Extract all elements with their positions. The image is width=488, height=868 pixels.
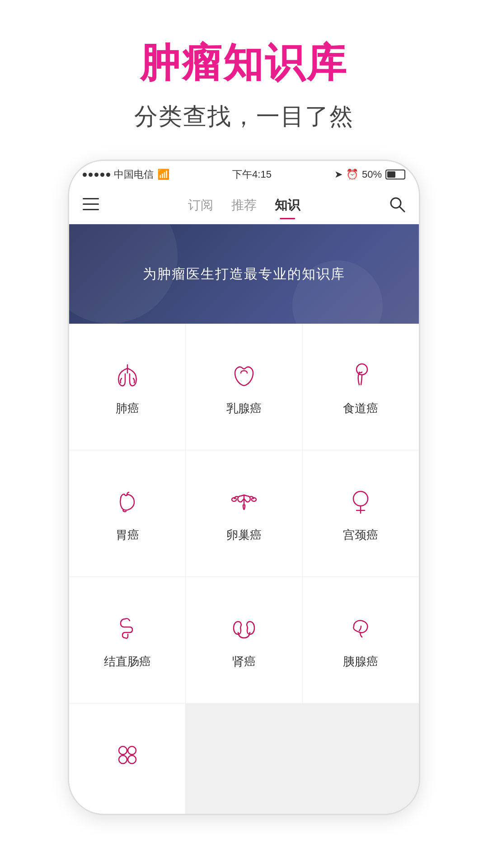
category-more[interactable] — [69, 703, 185, 814]
svg-point-8 — [353, 491, 368, 506]
category-colorectal[interactable]: 结直肠癌 — [69, 577, 185, 703]
pancreas-label: 胰腺癌 — [343, 654, 378, 670]
ovary-icon — [226, 484, 262, 520]
svg-point-6 — [232, 498, 236, 501]
status-left: 中国电信 📶 — [83, 168, 169, 181]
signal-dots — [83, 173, 110, 177]
page-header: 肿瘤知识库 分类查找，一目了然 — [0, 0, 488, 146]
stomach-icon — [109, 484, 145, 520]
status-bar: 中国电信 📶 下午4:15 ➤ ⏰ 50% — [69, 161, 419, 188]
status-time: 下午4:15 — [232, 168, 272, 181]
menu-icon[interactable] — [83, 198, 99, 214]
category-esophagus[interactable]: 食道癌 — [303, 324, 419, 450]
alarm-icon: ⏰ — [346, 169, 358, 180]
pancreas-icon — [343, 610, 379, 646]
banner-text: 为肿瘤医生打造最专业的知识库 — [143, 265, 345, 283]
breast-icon — [226, 357, 262, 393]
category-grid: 肺癌 乳腺癌 — [69, 324, 419, 814]
svg-point-11 — [119, 746, 127, 755]
battery-bar — [385, 170, 405, 179]
category-ovary[interactable]: 卵巢癌 — [186, 450, 302, 576]
wifi-icon: 📶 — [157, 169, 169, 180]
tab-subscribe[interactable]: 订阅 — [188, 197, 213, 216]
svg-line-4 — [399, 207, 404, 212]
svg-point-5 — [357, 364, 367, 375]
svg-point-12 — [128, 746, 136, 755]
svg-rect-0 — [83, 198, 99, 199]
svg-point-13 — [119, 755, 127, 764]
status-right: ➤ ⏰ 50% — [334, 169, 405, 180]
phone-frame: 中国电信 📶 下午4:15 ➤ ⏰ 50% 订阅 推荐 知识 — [68, 160, 420, 815]
svg-rect-2 — [83, 209, 99, 210]
svg-point-14 — [128, 755, 136, 764]
nav-bar: 订阅 推荐 知识 — [69, 188, 419, 224]
phone-content: 为肿瘤医生打造最专业的知识库 肺癌 — [69, 224, 419, 814]
esophagus-icon — [343, 357, 379, 393]
category-breast[interactable]: 乳腺癌 — [186, 324, 302, 450]
page-title: 肿瘤知识库 — [0, 36, 488, 90]
svg-point-7 — [252, 498, 256, 501]
kidney-icon — [226, 610, 262, 646]
colorectal-icon — [109, 610, 145, 646]
colorectal-label: 结直肠癌 — [104, 654, 151, 670]
search-icon[interactable] — [389, 196, 405, 216]
cervix-label: 宫颈癌 — [343, 527, 378, 543]
ovary-label: 卵巢癌 — [226, 527, 262, 543]
lung-icon — [109, 357, 145, 393]
carrier-text: 中国电信 — [114, 168, 154, 181]
category-kidney[interactable]: 肾癌 — [186, 577, 302, 703]
cervix-icon — [343, 484, 379, 520]
kidney-label: 肾癌 — [232, 654, 256, 670]
category-cervix[interactable]: 宫颈癌 — [303, 450, 419, 576]
svg-rect-1 — [83, 203, 99, 205]
lung-label: 肺癌 — [116, 401, 139, 416]
category-stomach[interactable]: 胃癌 — [69, 450, 185, 576]
battery-percent: 50% — [362, 169, 382, 180]
location-icon: ➤ — [334, 169, 343, 180]
nav-tabs: 订阅 推荐 知识 — [188, 197, 300, 216]
tab-recommend[interactable]: 推荐 — [231, 197, 257, 216]
banner: 为肿瘤医生打造最专业的知识库 — [69, 224, 419, 324]
category-pancreas[interactable]: 胰腺癌 — [303, 577, 419, 703]
esophagus-label: 食道癌 — [343, 401, 378, 416]
more-icon — [109, 737, 145, 773]
category-lung[interactable]: 肺癌 — [69, 324, 185, 450]
tab-knowledge[interactable]: 知识 — [275, 197, 300, 216]
breast-label: 乳腺癌 — [226, 401, 262, 416]
page-subtitle: 分类查找，一目了然 — [0, 101, 488, 132]
stomach-label: 胃癌 — [116, 527, 139, 543]
